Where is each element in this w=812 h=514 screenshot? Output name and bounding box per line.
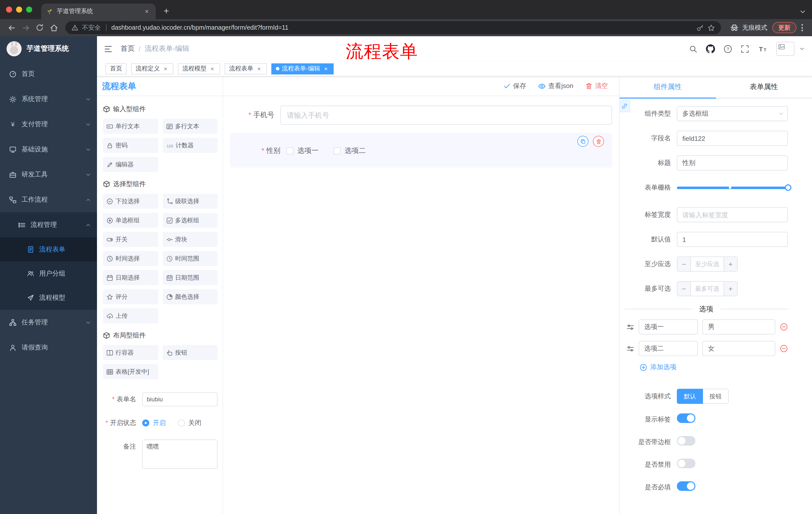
option-label-input[interactable] (639, 341, 698, 356)
bookmark-star-icon[interactable] (707, 24, 715, 31)
back-button[interactable] (5, 21, 18, 34)
show-label-switch[interactable] (677, 413, 695, 423)
sidebar-item-task-management[interactable]: 任务管理 (0, 310, 97, 335)
browser-tab[interactable]: 芋道管理系统 × (41, 3, 156, 19)
tab-close-icon[interactable]: × (143, 7, 151, 15)
sidebar-item-user-group[interactable]: 用户分组 (0, 262, 97, 286)
component-select[interactable]: 下拉选择 (103, 194, 158, 209)
sidebar-item-home[interactable]: 首页 (0, 61, 97, 86)
drag-handle-icon[interactable] (627, 323, 634, 331)
option-style-default-button[interactable]: 默认 (677, 389, 703, 404)
component-type-select[interactable] (677, 106, 788, 121)
form-name-input[interactable] (142, 392, 218, 406)
window-zoom-button[interactable] (26, 6, 32, 12)
caret-down-icon[interactable] (799, 46, 805, 52)
update-button[interactable]: 更新 (772, 22, 796, 33)
increase-button[interactable]: + (724, 282, 737, 296)
option-value-input[interactable] (702, 319, 775, 334)
component-time-picker[interactable]: 时间选择 (103, 251, 158, 266)
new-tab-button[interactable]: + (160, 4, 173, 18)
component-time-range[interactable]: 时间范围 (163, 251, 218, 266)
component-table[interactable]: 表格[开发中] (103, 364, 158, 379)
sidebar-item-infrastructure[interactable]: 基础设施 (0, 137, 97, 162)
copy-field-button[interactable] (577, 136, 588, 147)
remove-option-icon[interactable] (780, 323, 788, 331)
password-key-icon[interactable] (696, 24, 704, 31)
field-name-input[interactable] (677, 131, 788, 146)
option-label-input[interactable] (639, 319, 698, 334)
decrease-button[interactable]: − (677, 257, 691, 271)
tag-process-form-edit[interactable]: 流程表单-编辑× (271, 63, 334, 74)
reload-button[interactable] (33, 21, 46, 34)
required-switch[interactable] (677, 481, 695, 491)
component-date-picker[interactable]: 日期选择 (103, 270, 158, 285)
component-password[interactable]: 密码 (103, 138, 158, 153)
tag-process-definition[interactable]: 流程定义× (131, 63, 173, 74)
forward-button[interactable] (19, 21, 32, 34)
canvas-field-phone[interactable]: 手机号 (230, 106, 612, 125)
component-single-line-text[interactable]: 单行文本 (103, 119, 158, 134)
sidebar-item-leave-query[interactable]: 请假查询 (0, 335, 97, 360)
phone-input[interactable] (280, 106, 612, 125)
browser-menu-icon[interactable] (798, 24, 807, 31)
form-remark-input[interactable]: 嘿嘿 (142, 439, 218, 469)
sidebar-item-dev-tools[interactable]: 研发工具 (0, 162, 97, 187)
with-border-switch[interactable] (677, 436, 695, 445)
github-icon[interactable] (706, 44, 715, 53)
component-rate[interactable]: 评分 (103, 289, 158, 304)
component-cascader[interactable]: 级联选择 (163, 194, 218, 209)
option-value-input[interactable] (702, 341, 775, 356)
close-icon[interactable]: × (162, 65, 169, 72)
clear-button[interactable]: 清空 (585, 81, 608, 90)
sidebar-item-system[interactable]: 系统管理 (0, 86, 97, 112)
incognito-badge[interactable]: 无痕模式 (726, 23, 771, 32)
collapse-sidebar-icon[interactable] (104, 45, 113, 53)
address-bar[interactable]: 不安全 dashboard.yudao.iocoder.cn/bpm/manag… (65, 21, 721, 34)
tag-process-form[interactable]: 流程表单× (225, 63, 267, 74)
component-radio-group[interactable]: 单选框组 (103, 213, 158, 228)
font-size-icon[interactable]: T T (758, 45, 768, 53)
component-switch[interactable]: 开关 (103, 232, 158, 247)
home-button[interactable] (47, 21, 60, 34)
component-slider[interactable]: 滑块 (163, 232, 218, 247)
component-upload[interactable]: 上传 (103, 308, 158, 323)
label-width-input[interactable] (677, 207, 788, 222)
avatar[interactable] (776, 42, 794, 56)
sidebar-item-process-form[interactable]: 流程表单 (0, 237, 97, 262)
add-option-button[interactable]: 添加选项 (640, 362, 788, 372)
drag-handle-icon[interactable] (627, 345, 634, 352)
window-minimize-button[interactable] (16, 6, 22, 12)
sidebar-item-process-management[interactable]: 流程管理 (0, 212, 97, 237)
component-checkbox-group[interactable]: 多选框组 (163, 213, 218, 228)
canvas-field-gender-selected[interactable]: 性别 选项一 选项二 (230, 133, 612, 167)
gender-option-2[interactable]: 选项二 (334, 146, 366, 155)
tag-process-model[interactable]: 流程模型× (178, 63, 220, 74)
close-icon[interactable]: × (209, 65, 215, 72)
sidebar-item-workflow[interactable]: 工作流程 (0, 187, 97, 212)
sidebar-item-process-model[interactable]: 流程模型 (0, 286, 97, 310)
grid-slider[interactable] (677, 180, 788, 195)
delete-field-button[interactable] (593, 136, 604, 147)
sidebar-item-payment[interactable]: ¥ 支付管理 (0, 112, 97, 137)
status-radio-on[interactable]: 开启 (142, 416, 166, 430)
component-date-range[interactable]: 日期范围 (163, 270, 218, 285)
fullscreen-icon[interactable] (741, 45, 749, 53)
disabled-switch[interactable] (677, 459, 695, 468)
slider-handle[interactable] (785, 184, 791, 191)
component-textarea[interactable]: 多行文本 (163, 119, 218, 134)
breadcrumb-home[interactable]: 首页 (121, 44, 135, 53)
component-color-picker[interactable]: 颜色选择 (163, 289, 218, 304)
search-icon[interactable] (689, 45, 697, 53)
remove-option-icon[interactable] (780, 345, 788, 353)
tab-form-props[interactable]: 表单属性 (716, 77, 812, 98)
gender-option-1[interactable]: 选项一 (286, 146, 319, 155)
checkbox-icon[interactable] (286, 147, 293, 154)
decrease-button[interactable]: − (677, 282, 691, 296)
component-editor[interactable]: 编辑器 (103, 157, 158, 172)
link-chip[interactable] (619, 100, 630, 112)
component-button[interactable]: 按钮 (163, 345, 218, 360)
checkbox-icon[interactable] (334, 147, 341, 154)
close-icon[interactable]: × (256, 65, 262, 72)
close-icon[interactable]: × (323, 65, 329, 72)
status-radio-off[interactable]: 关闭 (178, 416, 201, 430)
